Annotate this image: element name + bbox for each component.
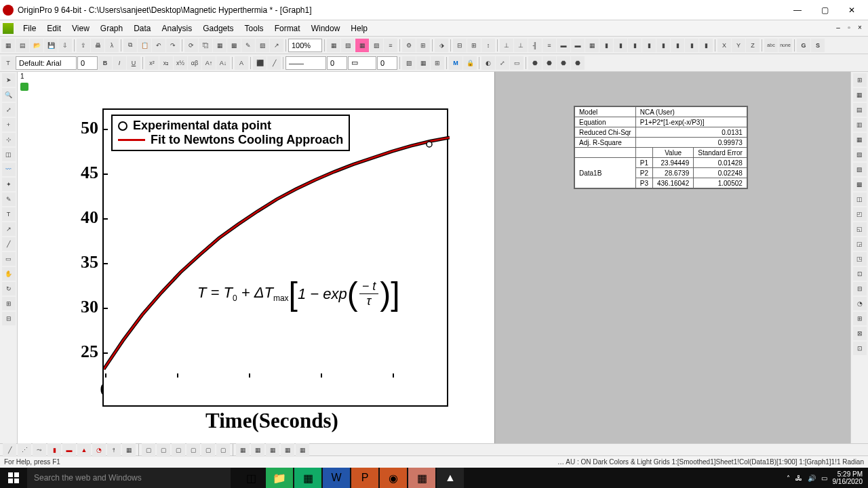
plot-scatter[interactable]: ⋰ [18, 443, 31, 457]
text-tool[interactable]: T [1, 56, 15, 70]
chart-area[interactable] [102, 108, 448, 407]
plot-c2[interactable]: ▦ [251, 443, 264, 457]
lock-icon[interactable] [20, 83, 28, 91]
tray-chevron-icon[interactable]: ˄ [787, 474, 790, 482]
r-tool-19[interactable]: ⊡ [853, 342, 867, 355]
task-file-explorer[interactable]: 📁 [266, 468, 293, 488]
r-tool-5[interactable]: ▦ [853, 133, 867, 146]
hatch-button[interactable]: ▨ [402, 56, 416, 70]
plot-c3[interactable]: ▦ [266, 443, 279, 457]
r-tool-4[interactable]: ▥ [853, 118, 867, 131]
line-style-combo[interactable]: —— [285, 56, 326, 70]
plot-column[interactable]: ▮ [47, 443, 61, 457]
copy-button[interactable]: ⧉ [123, 39, 137, 52]
lbl-abc[interactable]: abc [764, 39, 778, 52]
tool-k[interactable]: ↕ [481, 39, 495, 52]
hist-1[interactable]: ▮ [599, 39, 613, 52]
layer-button[interactable]: ▭ [510, 56, 524, 70]
draw-tool[interactable]: ✎ [2, 192, 16, 206]
hand-tool[interactable]: ✋ [2, 267, 16, 281]
bold-button[interactable]: B [98, 56, 112, 70]
region-tool[interactable]: 〰 [2, 163, 16, 176]
task-photos[interactable]: ▲ [437, 468, 464, 488]
tool-a[interactable]: ▦ [327, 39, 340, 52]
tool-g[interactable]: ⊞ [416, 39, 430, 52]
ax-x[interactable]: X [717, 39, 731, 52]
hist-3[interactable]: ▮ [628, 39, 642, 52]
r-tool-11[interactable]: ◱ [853, 222, 867, 236]
font-color-button[interactable]: A [235, 56, 248, 70]
letter-s[interactable]: S [811, 39, 825, 52]
new-layout-button[interactable]: ▦ [213, 39, 226, 52]
lbl-none[interactable]: none [778, 39, 792, 52]
rotate-tool[interactable]: ↻ [2, 282, 16, 296]
reader-tool[interactable]: + [2, 118, 16, 131]
refresh-button[interactable]: ⟳ [184, 39, 198, 52]
tray-network-icon[interactable]: 🖧 [795, 474, 802, 482]
r-tool-8[interactable]: ▩ [853, 178, 867, 191]
plot-b5[interactable]: ▢ [201, 443, 215, 457]
grid-button[interactable]: ▦ [416, 56, 430, 70]
menu-gadgets[interactable]: Gadgets [197, 22, 239, 35]
plot-pie[interactable]: ◔ [92, 443, 106, 457]
subscript-button[interactable]: x₂ [159, 56, 173, 70]
tool-f[interactable]: ⚙ [402, 39, 416, 52]
mdi-close-button[interactable]: × [854, 24, 865, 33]
new-matrix-button[interactable]: ▩ [227, 39, 241, 52]
text-tool-left[interactable]: T [2, 207, 16, 221]
rescale-button[interactable]: ⤢ [496, 56, 509, 70]
superscript-button[interactable]: x² [145, 56, 159, 70]
pan-tool[interactable]: ⤢ [2, 103, 16, 117]
ax-z[interactable]: Z [746, 39, 760, 52]
new-notes-button[interactable]: ✎ [241, 39, 255, 52]
open-button[interactable]: 📂 [30, 39, 43, 52]
num2-combo[interactable]: 0 [377, 56, 397, 70]
new-workbook-button[interactable]: ▤ [16, 39, 29, 52]
r-tool-18[interactable]: ⊠ [853, 327, 867, 340]
ax-y[interactable]: Y [732, 39, 745, 52]
r-tool-12[interactable]: ◲ [853, 237, 867, 251]
font-combo[interactable]: Default: Arial [16, 56, 77, 70]
tray-lang-icon[interactable]: ▭ [821, 474, 827, 482]
new-graph-button[interactable]: ▨ [256, 39, 269, 52]
plot-c5[interactable]: ▦ [296, 443, 309, 457]
plot-b4[interactable]: ▢ [186, 443, 200, 457]
line-color-button[interactable]: ╱ [267, 56, 281, 70]
stat-7[interactable]: ▦ [585, 39, 599, 52]
plot-b3[interactable]: ▢ [172, 443, 185, 457]
tool-b[interactable]: ▧ [341, 39, 355, 52]
plot-c1[interactable]: ▦ [236, 443, 250, 457]
menu-view[interactable]: View [66, 22, 95, 35]
tool-i[interactable]: ⊟ [453, 39, 467, 52]
increase-font-button[interactable]: A↑ [202, 56, 216, 70]
close-button[interactable]: ✕ [838, 1, 865, 20]
recalculate-button[interactable]: λ [105, 39, 119, 52]
plot-line[interactable]: ╱ [3, 443, 16, 457]
tool-j[interactable]: ⊞ [467, 39, 481, 52]
arrow-tool[interactable]: ↗ [2, 222, 16, 236]
letter-g[interactable]: G [797, 39, 810, 52]
hist-2[interactable]: ▮ [614, 39, 627, 52]
fontsize-combo[interactable]: 0 [77, 56, 98, 70]
menu-help[interactable]: Help [345, 22, 373, 35]
plot-bar[interactable]: ▬ [62, 443, 76, 457]
misc-left-1[interactable]: ⊞ [2, 297, 16, 310]
graph-window[interactable]: 1 25 30 35 40 45 50 0 200 400 600 800 Te… [18, 72, 495, 443]
r-tool-17[interactable]: ⊞ [853, 312, 867, 325]
fit-results-table[interactable]: ModelNCA (User) EquationP1+P2*[1-exp(-x/… [574, 106, 748, 189]
clock[interactable]: 5:29 PM 9/16/2020 [833, 470, 863, 485]
misc-2[interactable]: ⬣ [542, 56, 556, 70]
hist-6[interactable]: ▮ [671, 39, 684, 52]
decrease-font-button[interactable]: A↓ [216, 56, 230, 70]
r-tool-15[interactable]: ⊟ [853, 282, 867, 296]
stat-6[interactable]: ▬ [571, 39, 585, 52]
mask-tool[interactable]: ✦ [2, 178, 16, 191]
menu-graph[interactable]: Graph [95, 22, 128, 35]
mdi-restore-button[interactable]: ▫ [844, 24, 854, 33]
plot-c4[interactable]: ▦ [281, 443, 294, 457]
menu-analysis[interactable]: Analysis [157, 22, 198, 35]
misc-4[interactable]: ⬣ [571, 56, 585, 70]
new-2d-button[interactable]: ↗ [270, 39, 283, 52]
undo-button[interactable]: ↶ [152, 39, 165, 52]
start-button[interactable] [0, 468, 27, 488]
